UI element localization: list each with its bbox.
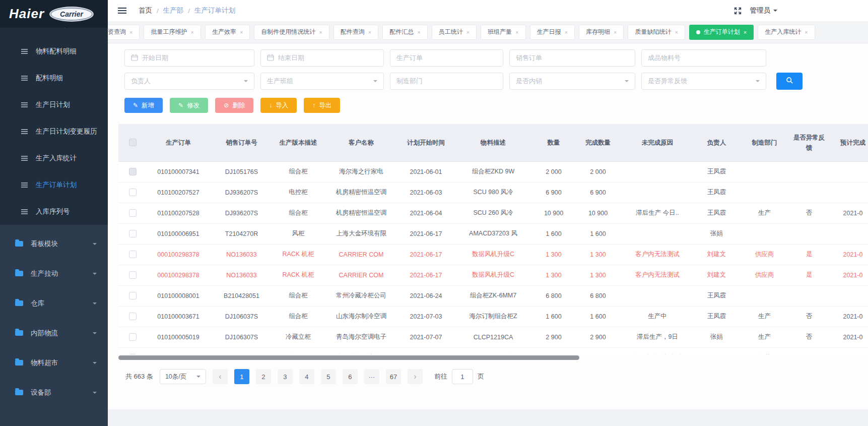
delete-button[interactable]: ⊘删除 [215,98,253,113]
tab-item[interactable]: 班组产量× [481,25,525,40]
page-button[interactable]: 6 [343,369,358,384]
breadcrumb-separator: / [188,7,190,15]
scrollbar-thumb[interactable] [118,355,579,360]
tab-close-icon[interactable]: × [129,29,132,35]
row-checkbox-cell [118,285,147,306]
page-button[interactable]: 67 [386,369,401,384]
toolbar-button[interactable]: ✎新增 [124,98,163,113]
tab-item[interactable]: 工资查询× [108,25,140,40]
toolbar-button[interactable]: ↓导入 [260,98,297,113]
table-cell: 机房精密恒温空调 [323,182,399,203]
tab-close-icon[interactable]: × [515,29,518,35]
sidebar-group-item[interactable]: 看板模块 [0,229,108,259]
fullscreen-icon[interactable] [733,7,742,15]
user-menu[interactable]: 管理员 [750,6,778,15]
tab-close-icon[interactable]: × [805,29,808,35]
row-checkbox[interactable] [129,230,137,237]
tab-item[interactable]: 生产效率× [205,25,250,40]
tab-item[interactable]: 自制件使用情况统计× [254,25,329,40]
filter-input-2[interactable]: 结束日期 [260,49,384,67]
breadcrumb-item[interactable]: 生产订单计划 [194,6,235,15]
tab-close-icon[interactable]: × [319,29,322,35]
sidebar-item[interactable]: 生产入库统计 [0,145,108,171]
filter-select-5[interactable]: 是否异常反馈 [641,73,766,90]
sidebar-item[interactable]: 生产日计划 [0,91,108,118]
sidebar-group-item[interactable]: 物料超市 [0,348,108,378]
row-checkbox[interactable] [129,168,137,175]
tab-item[interactable]: 生产日报× [530,25,575,40]
table-cell: 2021-0 [830,244,868,265]
filter-select-1[interactable]: 负责人 [124,73,254,90]
prev-page-button[interactable]: ‹ [213,369,228,384]
table-row: 000100298378NO136033RACK 机柜CARRIER COM20… [118,265,868,285]
goto-page-input[interactable] [452,369,473,384]
sidebar-group-label: 生产拉动 [31,269,85,278]
sidebar-item[interactable]: 物料配送管理 [0,28,108,38]
tab-close-icon[interactable]: × [675,29,678,35]
page-button[interactable]: 2 [256,369,271,384]
tab-close-icon[interactable]: × [417,29,420,35]
tab-close-icon[interactable]: × [240,29,243,35]
tab-item[interactable]: 批量工序维护× [144,25,201,40]
sidebar-item[interactable]: 生产订单计划 [0,171,108,198]
filter-input-1[interactable]: 开始日期 [124,49,254,67]
tab-close-icon[interactable]: × [565,29,568,35]
filter-select-4[interactable]: 是否内销 [509,73,635,90]
row-checkbox[interactable] [129,313,137,320]
sidebar-item[interactable]: 入库序列号 [0,198,108,225]
sidebar-group-item[interactable]: 内部物流 [0,318,108,348]
tab-close-icon[interactable]: × [190,29,193,35]
breadcrumb-item[interactable]: 首页 [139,6,152,15]
filter-select-2[interactable]: 生产班组 [260,73,384,90]
filter-input-5[interactable]: 成品物料号 [641,49,766,67]
row-checkbox[interactable] [129,209,137,217]
tab-item[interactable]: 质量缺陷统计× [628,25,685,40]
hamburger-icon[interactable] [118,10,126,11]
page-button[interactable]: 5 [321,369,336,384]
breadcrumb-item[interactable]: 生产部 [163,6,184,15]
page-size-select[interactable]: 10条/页 [160,369,206,384]
tab-item[interactable]: 生产入库统计× [758,25,815,40]
filter-input-3[interactable]: 制造部门 [390,73,503,90]
sidebar-group-item[interactable]: 仓库 [0,288,108,318]
row-checkbox[interactable] [129,189,137,196]
page-button[interactable]: 1 [234,369,249,384]
sidebar-group-item[interactable]: 生产拉动 [0,259,108,288]
row-checkbox[interactable] [129,354,137,354]
page-button[interactable]: 4 [299,369,314,384]
table-cell: 青岛海尔空调电子 [323,327,399,347]
row-checkbox[interactable] [129,271,137,279]
tab-close-icon[interactable]: × [744,29,747,35]
sidebar-item[interactable]: 物料配料明细 [0,38,108,65]
tab-item[interactable]: 配件查询× [333,25,378,40]
filter-input-3[interactable]: 生产订单 [390,49,503,67]
sidebar-group-label: 看板模块 [31,239,85,249]
select-all-checkbox[interactable] [129,139,137,146]
tab-active[interactable]: 生产订单计划× [689,25,754,40]
tab-item[interactable]: 库存明细× [579,25,624,40]
page-ellipsis[interactable]: ··· [364,369,379,384]
table-cell: 组装 [741,347,788,354]
toolbar-button[interactable]: ✎修改 [170,98,208,113]
tab-close-icon[interactable]: × [368,29,371,35]
table-cell: 2021-0 [830,306,868,327]
page-button[interactable]: 3 [278,369,293,384]
next-page-button[interactable]: › [408,369,423,384]
tab-item[interactable]: 员工统计× [432,25,477,40]
column-header: 完成数量 [574,124,622,161]
row-checkbox[interactable] [129,292,137,299]
row-checkbox[interactable] [129,251,137,258]
row-checkbox[interactable] [129,333,137,341]
table-cell [830,182,868,203]
sidebar-group-item[interactable]: 设备部 [0,378,108,407]
sidebar-item[interactable]: 生产日计划变更履历 [0,118,108,145]
search-button[interactable] [776,73,803,90]
tab-close-icon[interactable]: × [614,29,617,35]
filter-input-4[interactable]: 销售订单 [509,49,635,67]
table-cell: 1 600 [574,306,622,327]
sidebar-item[interactable]: 配料明细 [0,65,108,91]
calendar-icon [131,54,138,63]
tab-item[interactable]: 配件汇总× [382,25,427,40]
toolbar-button[interactable]: ↑导出 [304,98,340,113]
tab-close-icon[interactable]: × [466,29,470,35]
